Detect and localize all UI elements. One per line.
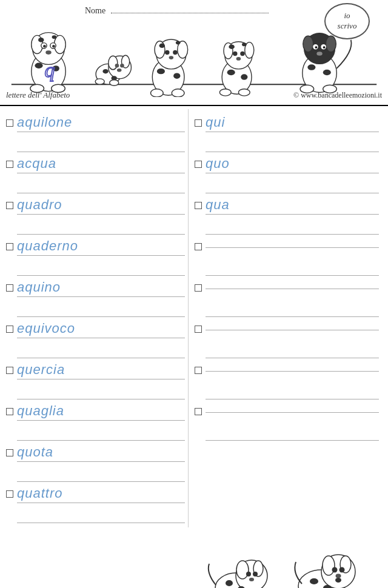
- checkbox-left-3[interactable]: [6, 243, 13, 250]
- left-word-item-4: aquino: [6, 277, 185, 317]
- word-text-right-4: [206, 287, 379, 289]
- word-text-right-2: qua: [206, 197, 379, 215]
- svg-point-51: [241, 74, 247, 79]
- svg-point-23: [117, 68, 122, 72]
- checkbox-left-8[interactable]: [6, 449, 13, 456]
- svg-point-9: [45, 50, 51, 55]
- speech-bubble: io scrivo: [324, 3, 370, 39]
- left-word-item-9: quattro: [6, 483, 185, 523]
- svg-point-49: [242, 43, 247, 47]
- writing-line-left-5: [17, 340, 185, 358]
- right-word-item-2: qua: [195, 195, 379, 235]
- svg-point-12: [35, 63, 42, 68]
- svg-point-85: [340, 567, 345, 573]
- word-text-left-3: quaderno: [17, 238, 185, 256]
- svg-point-34: [169, 56, 174, 59]
- right-word-item-6: [195, 359, 379, 399]
- svg-point-19: [109, 56, 118, 70]
- svg-point-47: [236, 57, 241, 61]
- right-column: quiquoqua: [188, 109, 382, 527]
- checkbox-right-3[interactable]: [195, 243, 202, 250]
- word-text-left-7: quaglia: [17, 403, 185, 421]
- svg-point-60: [315, 46, 318, 48]
- bottom-dogs-svg: [194, 533, 388, 588]
- svg-point-21: [115, 64, 119, 68]
- svg-point-33: [173, 50, 178, 55]
- word-text-right-5: [206, 329, 379, 330]
- word-text-left-9: quattro: [17, 486, 185, 503]
- svg-point-72: [253, 572, 258, 576]
- left-word-item-1: acqua: [6, 153, 185, 193]
- svg-point-86: [336, 574, 341, 578]
- svg-point-57: [326, 36, 336, 52]
- svg-point-63: [307, 64, 315, 70]
- checkbox-right-1[interactable]: [195, 161, 202, 168]
- checkbox-left-9[interactable]: [6, 490, 13, 498]
- checkbox-left-6[interactable]: [6, 367, 13, 374]
- right-word-item-0: qui: [195, 112, 379, 152]
- subtitle-left: lettere dell' Alfabeto: [6, 90, 70, 100]
- word-text-left-5: equivoco: [17, 321, 185, 338]
- svg-point-24: [102, 69, 108, 74]
- header: q: [0, 0, 388, 106]
- word-text-right-3: [206, 246, 379, 248]
- svg-point-87: [310, 578, 318, 584]
- checkbox-right-0[interactable]: [195, 119, 202, 127]
- writing-line-right-2: [206, 216, 379, 235]
- writing-line-right-3: [206, 258, 379, 276]
- svg-point-69: [236, 561, 249, 579]
- checkbox-right-4[interactable]: [195, 284, 202, 292]
- left-word-item-2: quadro: [6, 195, 185, 235]
- writing-line-left-3: [17, 258, 185, 276]
- right-word-item-3: [195, 236, 379, 276]
- writing-line-left-9: [17, 505, 185, 523]
- svg-point-84: [332, 567, 338, 573]
- left-word-item-8: quota: [6, 442, 185, 482]
- checkbox-left-4[interactable]: [6, 284, 13, 292]
- word-text-left-4: aquino: [17, 279, 185, 297]
- right-word-item-5: [195, 318, 379, 358]
- svg-point-36: [176, 41, 181, 45]
- svg-point-82: [323, 556, 335, 575]
- writing-line-left-4: [17, 299, 185, 317]
- svg-point-74: [226, 580, 233, 586]
- svg-point-10: [38, 38, 44, 42]
- svg-point-22: [120, 64, 124, 68]
- left-word-item-6: quercia: [6, 359, 185, 399]
- writing-line-right-4: [206, 299, 379, 317]
- checkbox-right-2[interactable]: [195, 202, 202, 209]
- word-text-right-7: [206, 411, 379, 413]
- word-text-right-1: quo: [206, 156, 379, 173]
- checkbox-left-0[interactable]: [6, 119, 13, 127]
- checkbox-left-2[interactable]: [6, 202, 13, 209]
- checkbox-left-7[interactable]: [6, 408, 13, 415]
- svg-point-46: [240, 52, 245, 56]
- word-text-left-8: quota: [17, 444, 185, 462]
- svg-point-64: [323, 70, 331, 75]
- svg-point-35: [159, 44, 165, 48]
- writing-line-right-5: [206, 340, 379, 358]
- checkbox-right-7[interactable]: [195, 408, 202, 415]
- svg-point-48: [229, 44, 234, 49]
- svg-point-56: [303, 36, 313, 52]
- checkbox-right-5[interactable]: [195, 326, 202, 333]
- writing-line-right-0: [206, 134, 379, 152]
- svg-point-32: [165, 50, 170, 55]
- subtitle-right: © www.bancadelleemozioni.it: [293, 91, 382, 100]
- svg-point-40: [172, 89, 184, 97]
- checkbox-left-1[interactable]: [6, 161, 13, 168]
- svg-point-11: [52, 35, 57, 39]
- right-word-item-7: [195, 401, 379, 441]
- writing-line-right-7: [206, 423, 379, 441]
- left-column: aquiloneacquaquadroquadernoaquinoequivoc…: [0, 109, 188, 527]
- svg-text:q: q: [44, 59, 55, 81]
- writing-line-left-6: [17, 381, 185, 399]
- svg-point-52: [219, 89, 231, 96]
- checkbox-left-5[interactable]: [6, 326, 13, 333]
- writing-line-left-1: [17, 175, 185, 193]
- word-text-left-6: quercia: [17, 362, 185, 379]
- svg-point-61: [323, 46, 326, 48]
- svg-point-7: [43, 45, 46, 48]
- svg-point-38: [173, 73, 180, 78]
- checkbox-right-6[interactable]: [195, 367, 202, 374]
